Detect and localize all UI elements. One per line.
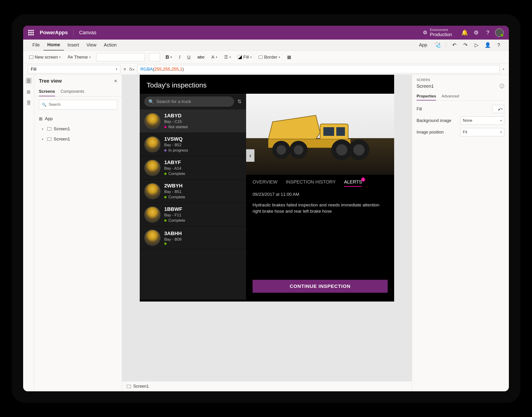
play-icon[interactable]: ▷ xyxy=(472,41,481,50)
menu-view[interactable]: View xyxy=(83,40,100,51)
equals-label: = xyxy=(123,67,126,72)
truck-bay: Bay - B51 xyxy=(164,189,185,194)
tree-rail-icon[interactable]: ☰ xyxy=(25,78,32,84)
truck-bay: Bay - A14 xyxy=(164,166,185,171)
continue-inspection-button[interactable]: CONTINUE INSPECTION xyxy=(253,280,388,293)
insert-rail-icon[interactable]: ⊞ xyxy=(25,89,32,95)
italic-button[interactable]: I xyxy=(177,54,182,61)
tab-overview[interactable]: OVERVIEW xyxy=(253,179,277,187)
tree-app[interactable]: ⊞App xyxy=(34,114,122,124)
alert-timestamp: 09/23/2017 at 11:00 AM xyxy=(246,190,394,199)
truck-thumb xyxy=(144,229,161,246)
alert-description: Hydraulic brakes failed inspection and n… xyxy=(246,199,394,218)
prop-tab-properties[interactable]: Properties xyxy=(417,93,436,100)
truck-status: Complete xyxy=(164,195,185,199)
align-button[interactable]: ☰▾ xyxy=(223,53,232,61)
app-title: Today's inspections xyxy=(140,75,394,94)
doc-type: Canvas xyxy=(73,30,96,36)
prop-bgimage-label: Background image xyxy=(417,118,451,123)
truck-list-panel: 🔍Search for a truck ⇅ 1ABYDBay - C15Not … xyxy=(140,94,246,300)
truck-thumb xyxy=(144,183,161,199)
data-rail-icon[interactable]: 🗄 xyxy=(25,100,32,106)
truck-status: In progress xyxy=(164,148,188,153)
help-icon[interactable]: ? xyxy=(482,27,494,38)
search-icon: 🔍 xyxy=(42,103,47,107)
environment-icon: ⚙ xyxy=(423,30,428,36)
caret-icon: ▸ xyxy=(42,137,45,141)
truck-bay: Bay - F11 xyxy=(164,213,185,218)
tab-components[interactable]: Components xyxy=(61,87,84,96)
truck-status xyxy=(164,242,182,245)
truck-name: 1VSWQ xyxy=(164,136,188,142)
close-icon[interactable]: × xyxy=(114,78,117,84)
tree-screen1[interactable]: ▸Screen1 xyxy=(34,124,122,134)
truck-thumb xyxy=(144,113,161,129)
strikethrough-button[interactable]: abc xyxy=(196,54,206,61)
truck-item[interactable]: 1BBWFBay - F11Complete xyxy=(140,203,246,226)
truck-name: 1BBWF xyxy=(164,206,185,212)
tree-screen2[interactable]: ▸Screen1 xyxy=(34,134,122,144)
help-ribbon-icon[interactable]: ? xyxy=(494,41,503,50)
svg-rect-2 xyxy=(336,127,345,136)
truck-item[interactable]: 1ABYFBay - A14Complete xyxy=(140,156,246,180)
underline-button[interactable]: U xyxy=(186,54,192,61)
tab-inspection-history[interactable]: INSPECTION HISTORY xyxy=(286,179,336,187)
prop-tab-advanced[interactable]: Advanced xyxy=(441,93,459,100)
font-dropdown[interactable] xyxy=(96,53,145,61)
menu-insert[interactable]: Insert xyxy=(64,40,83,51)
menu-home[interactable]: Home xyxy=(43,40,64,51)
environment-picker[interactable]: ⚙ Environment Production xyxy=(423,28,452,38)
truck-name: 1ABYD xyxy=(164,113,188,119)
redo-icon[interactable]: ↷ xyxy=(461,41,470,50)
screen-icon xyxy=(47,127,51,131)
menu-file[interactable]: File xyxy=(29,40,43,51)
notifications-icon[interactable]: 🔔 xyxy=(459,27,471,38)
truck-item[interactable]: 1VSWQBay - B52In progress xyxy=(140,133,246,156)
svg-point-11 xyxy=(353,144,365,156)
tab-alerts[interactable]: ALERTS1 xyxy=(344,179,362,187)
arrange-icon[interactable]: ▦ xyxy=(286,53,293,61)
new-screen-button[interactable]: New screen▾ xyxy=(28,54,62,61)
formula-expand-icon[interactable]: ▾ xyxy=(503,68,504,71)
font-size-box[interactable] xyxy=(149,53,160,61)
status-screen-name: Screen1 xyxy=(133,384,149,389)
tab-screens[interactable]: Screens xyxy=(39,87,55,96)
app-launcher-icon[interactable] xyxy=(27,29,35,37)
truck-item[interactable]: 1ABYDBay - C15Not started xyxy=(140,109,246,133)
border-button[interactable]: Border▾ xyxy=(257,54,282,61)
prop-bgimage-select[interactable]: None▾ xyxy=(460,116,504,125)
user-avatar[interactable] xyxy=(494,27,505,38)
svg-point-5 xyxy=(276,145,286,155)
truck-name: 1ABYF xyxy=(164,159,185,166)
prop-fill-label: Fill xyxy=(417,107,422,112)
svg-point-9 xyxy=(336,144,348,156)
sort-icon[interactable]: ⇅ xyxy=(237,99,242,104)
truck-hero-image xyxy=(246,94,394,175)
truck-item[interactable]: 2WBYHBay - B51Complete xyxy=(140,180,246,203)
undo-icon[interactable]: ↶ xyxy=(450,41,459,50)
screen-icon xyxy=(127,385,131,388)
fx-icon: fx▾ xyxy=(129,67,134,72)
truck-item[interactable]: 3ABHHBay - B09 xyxy=(140,226,246,249)
theme-button[interactable]: AaTheme▾ xyxy=(66,54,92,61)
truck-search[interactable]: 🔍Search for a truck xyxy=(144,96,234,107)
property-dropdown[interactable]: Fill▾ xyxy=(28,65,120,73)
tree-search[interactable]: 🔍 Search xyxy=(39,100,117,109)
share-icon[interactable]: 👤 xyxy=(483,41,492,50)
formula-input[interactable]: RGBA(255, 255, 255, 1) xyxy=(137,65,500,73)
font-color-button[interactable]: A▾ xyxy=(210,54,219,61)
prop-fill-color[interactable]: 🖌▾ xyxy=(492,105,504,113)
checker-icon[interactable]: 🩺 xyxy=(433,41,442,50)
menu-app[interactable]: App xyxy=(415,42,431,48)
menu-action[interactable]: Action xyxy=(100,40,121,51)
dump-truck-illustration xyxy=(254,100,387,165)
back-button[interactable]: ‹ xyxy=(246,149,255,162)
canvas: Today's inspections 🔍Search for a truck … xyxy=(122,75,412,391)
prop-element-name: Screen1 xyxy=(417,83,434,89)
bold-button[interactable]: B ▾ xyxy=(164,53,174,61)
app-preview: Today's inspections 🔍Search for a truck … xyxy=(140,75,394,302)
help-icon[interactable]: ⓘ xyxy=(500,83,504,89)
settings-icon[interactable]: ⚙ xyxy=(471,27,482,38)
fill-button[interactable]: Fill▾ xyxy=(236,54,253,61)
prop-imgpos-select[interactable]: Fit▾ xyxy=(460,128,504,136)
